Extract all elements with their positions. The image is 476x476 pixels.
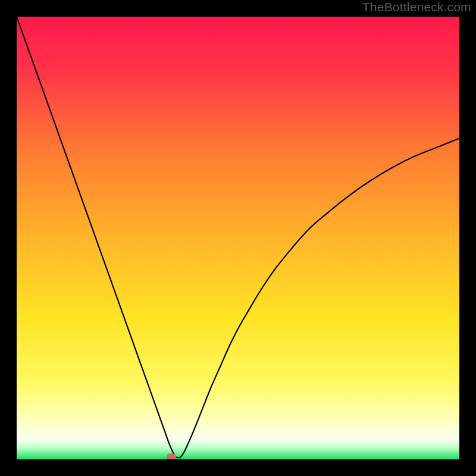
gradient-background [17,17,459,459]
plot-area [17,17,459,459]
svg-rect-0 [17,17,459,459]
watermark-text: TheBottleneck.com [362,0,471,14]
